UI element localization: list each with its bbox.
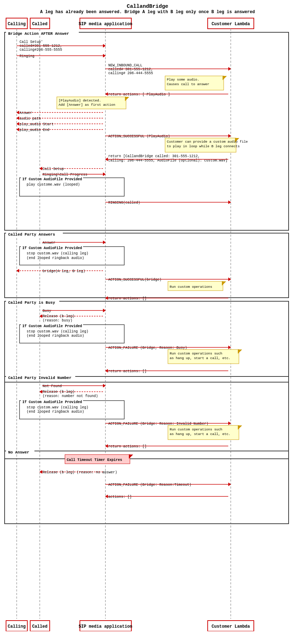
svg-text:(end looped ringback audio): (end looped ringback audio) bbox=[27, 410, 84, 414]
svg-text:Causes call to answer: Causes call to answer bbox=[167, 82, 209, 86]
svg-text:audio path: audio path bbox=[20, 117, 41, 121]
svg-marker-117 bbox=[238, 349, 242, 354]
svg-text:return [CallandBridge called: : return [CallandBridge called: 301-555-12… bbox=[108, 154, 200, 158]
svg-text:to play in loop while B leg co: to play in loop while B leg connects bbox=[167, 144, 240, 148]
svg-text:RINGING(called): RINGING(called) bbox=[108, 201, 140, 205]
svg-text:(reason: busy): (reason: busy) bbox=[43, 319, 72, 323]
svg-marker-36 bbox=[125, 97, 129, 101]
svg-text:(end looped ringback audio): (end looped ringback audio) bbox=[27, 256, 84, 260]
svg-text:Answer: Answer bbox=[43, 241, 55, 245]
svg-text:If Custom AudioFile Provided: If Custom AudioFile Provided bbox=[22, 324, 82, 328]
svg-text:Busy: Busy bbox=[43, 309, 51, 313]
svg-text:NEW_INBOUND_CALL: NEW_INBOUND_CALL bbox=[108, 64, 142, 67]
svg-text:Call Setup': Call Setup' bbox=[20, 40, 43, 44]
svg-text:Play some audio.: Play some audio. bbox=[167, 78, 199, 82]
svg-text:play custome.wav (looped): play custome.wav (looped) bbox=[27, 183, 80, 187]
svg-text:If Custom AudioFile Provided: If Custom AudioFile Provided bbox=[22, 177, 82, 181]
svg-text:Bridge Action AFTER Answer: Bridge Action AFTER Answer bbox=[8, 32, 69, 36]
svg-text:Called: Called bbox=[32, 22, 47, 27]
svg-text:No Answer: No Answer bbox=[8, 450, 29, 455]
sub-title: A leg has already been answered. Bridge … bbox=[2, 10, 293, 15]
svg-text:Ringing\Call Progress: Ringing\Call Progress bbox=[43, 173, 87, 177]
svg-text:If Custom AudioFile Provided: If Custom AudioFile Provided bbox=[22, 246, 82, 250]
svg-text:SIP media application: SIP media application bbox=[78, 22, 132, 27]
svg-text:Called Party Invalid Number: Called Party Invalid Number bbox=[8, 376, 71, 380]
svg-marker-142 bbox=[238, 425, 242, 430]
svg-text:Called Party is Busy: Called Party is Busy bbox=[8, 301, 55, 305]
svg-text:stop custom.wav (calling leg): stop custom.wav (calling leg) bbox=[27, 252, 88, 255]
svg-text:Add [Answer] as first action: Add [Answer] as first action bbox=[59, 103, 115, 107]
svg-text:Calling: Calling bbox=[8, 624, 26, 629]
svg-text:as hang up, start a call, etc.: as hang up, start a call, etc. bbox=[170, 356, 230, 360]
svg-text:ACTION_SUCCESSFUL(bridge): ACTION_SUCCESSFUL(bridge) bbox=[108, 278, 162, 282]
svg-text:return actions: []: return actions: [] bbox=[108, 369, 147, 373]
svg-text:Customer Lambda: Customer Lambda bbox=[212, 22, 250, 27]
svg-text:play_audio Start: play_audio Start bbox=[20, 122, 54, 126]
svg-text:Ringing: Ringing bbox=[20, 54, 34, 58]
svg-text:return actions: []: return actions: [] bbox=[108, 297, 147, 301]
svg-text:play_audio End: play_audio End bbox=[20, 128, 49, 132]
svg-text:(reason: number not found): (reason: number not found) bbox=[43, 394, 98, 398]
svg-text:(end looped ringback audio): (end looped ringback audio) bbox=[27, 334, 84, 338]
svg-text:calling#206-555-5555: calling#206-555-5555 bbox=[20, 48, 62, 52]
svg-marker-132 bbox=[39, 390, 42, 393]
svg-text:ACTION_SUCCESSFUL (PlayAudio): ACTION_SUCCESSFUL (PlayAudio) bbox=[108, 134, 170, 138]
svg-text:Run custom operations: Run custom operations bbox=[170, 285, 212, 289]
svg-text:return actions: [ PlayAudio ]: return actions: [ PlayAudio ] bbox=[108, 93, 170, 97]
svg-text:ACTION_FAILURE (Bridge: Reason: ACTION_FAILURE (Bridge: Reason: Invalid … bbox=[108, 422, 208, 426]
svg-text:Customer Lambda: Customer Lambda bbox=[212, 624, 250, 629]
svg-text:Release (b leg) (reason: no an: Release (b leg) (reason: no answer) bbox=[43, 470, 117, 474]
svg-text:Answer: Answer bbox=[20, 111, 32, 115]
svg-text:stop custom.wav (calling leg): stop custom.wav (calling leg) bbox=[27, 406, 88, 409]
page: CallandBridge A leg has already been ans… bbox=[0, 0, 295, 635]
svg-marker-29 bbox=[223, 76, 227, 80]
svg-marker-152 bbox=[129, 455, 133, 459]
svg-text:stop custom.wav (calling leg): stop custom.wav (calling leg) bbox=[27, 330, 88, 334]
svg-marker-27 bbox=[228, 67, 231, 71]
svg-text:Call Timeout Timer Expires: Call Timeout Timer Expires bbox=[67, 458, 122, 462]
svg-text:Run custom operations such: Run custom operations such bbox=[170, 352, 222, 356]
main-title: CallandBridge bbox=[2, 4, 293, 10]
svg-text:Call Setup: Call Setup bbox=[43, 167, 64, 171]
svg-text:called# 301-555-1212,: called# 301-555-1212, bbox=[108, 67, 153, 71]
svg-text:return actions: []: return actions: [] bbox=[108, 445, 147, 448]
svg-text:bridge(A leg, B leg): bridge(A leg, B leg) bbox=[43, 269, 85, 273]
svg-text:[PlayAudio] detected.: [PlayAudio] detected. bbox=[59, 99, 101, 103]
svg-text:ACTION_FAILURE (Bridge, Reason: ACTION_FAILURE (Bridge, Reason: Busy) bbox=[108, 346, 187, 350]
svg-text:as hang up, start a call, etc.: as hang up, start a call, etc. bbox=[170, 432, 230, 436]
svg-text:actions: []: actions: [] bbox=[108, 495, 132, 499]
svg-text:Calling: Calling bbox=[8, 22, 26, 27]
svg-text:calling# 206-444-5555: calling# 206-444-5555 bbox=[108, 71, 153, 75]
svg-text:Run custom operations such: Run custom operations such bbox=[170, 428, 222, 431]
svg-text:If Custom AudioFile Provided: If Custom AudioFile Provided bbox=[22, 400, 82, 404]
svg-text:Called Party Answers: Called Party Answers bbox=[8, 232, 55, 237]
svg-text:Called: Called bbox=[32, 624, 47, 629]
svg-rect-148 bbox=[5, 451, 289, 524]
svg-text:Not Found: Not Found bbox=[43, 384, 62, 388]
svg-text:SIP media application: SIP media application bbox=[78, 624, 132, 629]
diagram-svg: Calling Called SIP media application Cus… bbox=[2, 17, 293, 631]
title-section: CallandBridge A leg has already been ans… bbox=[2, 4, 293, 15]
svg-text:ACTION_FAILURE (Bridge: Reason: ACTION_FAILURE (Bridge: Reason:Timeout) bbox=[108, 483, 191, 487]
svg-text:Customer can provide a custom : Customer can provide a custom audio file bbox=[167, 140, 248, 144]
svg-marker-93 bbox=[222, 281, 226, 286]
